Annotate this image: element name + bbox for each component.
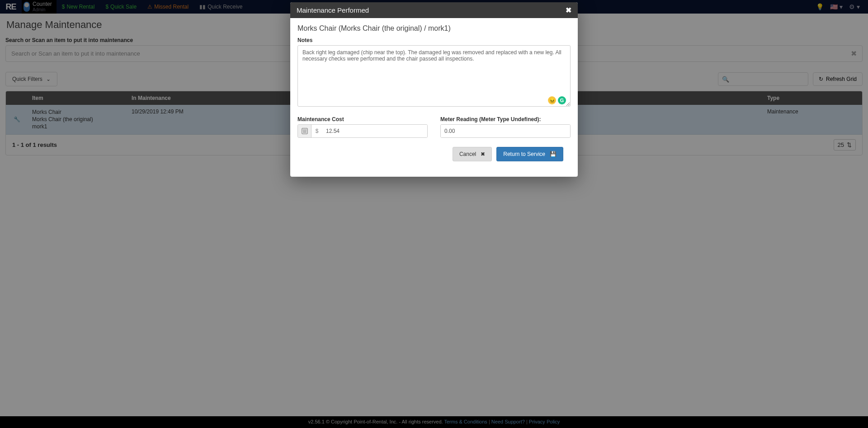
save-icon: 💾 <box>550 151 557 157</box>
svg-point-7 <box>305 132 306 133</box>
modal-title: Maintenance Performed <box>297 6 369 14</box>
modal-footer: Cancel ✖ Return to Service 💾 <box>297 138 571 169</box>
notes-textarea[interactable] <box>297 45 571 107</box>
return-to-service-button[interactable]: Return to Service 💾 <box>496 147 563 161</box>
modal-body: Morks Chair (Morks Chair (the original) … <box>290 18 578 177</box>
modal-header: Maintenance Performed ✖ <box>290 2 578 18</box>
cancel-button[interactable]: Cancel ✖ <box>453 147 492 161</box>
svg-point-2 <box>303 131 304 132</box>
close-icon: ✖ <box>481 151 485 157</box>
currency-symbol: $ <box>311 125 322 137</box>
cost-input[interactable] <box>322 125 427 137</box>
modal-item-title: Morks Chair (Morks Chair (the original) … <box>297 24 571 33</box>
svg-point-5 <box>303 132 304 133</box>
grammarly-icon[interactable]: G <box>558 96 566 104</box>
meter-input-group <box>440 124 571 138</box>
svg-point-3 <box>304 131 305 132</box>
notes-label: Notes <box>297 37 571 43</box>
meter-input[interactable] <box>441 125 570 137</box>
maintenance-performed-modal: Maintenance Performed ✖ Morks Chair (Mor… <box>290 2 578 177</box>
svg-point-6 <box>304 132 305 133</box>
calculator-icon[interactable] <box>298 125 311 137</box>
cost-input-group: $ <box>297 124 428 138</box>
tone-emoji-icon[interactable]: 😖 <box>548 96 556 104</box>
textarea-badges: 😖 G <box>548 96 566 104</box>
cancel-label: Cancel <box>459 151 476 157</box>
meter-label: Meter Reading (Meter Type Undefined): <box>440 116 571 122</box>
svg-point-4 <box>305 131 306 132</box>
cost-label: Maintenance Cost <box>297 116 428 122</box>
return-label: Return to Service <box>503 151 545 157</box>
modal-close-icon[interactable]: ✖ <box>566 6 571 14</box>
